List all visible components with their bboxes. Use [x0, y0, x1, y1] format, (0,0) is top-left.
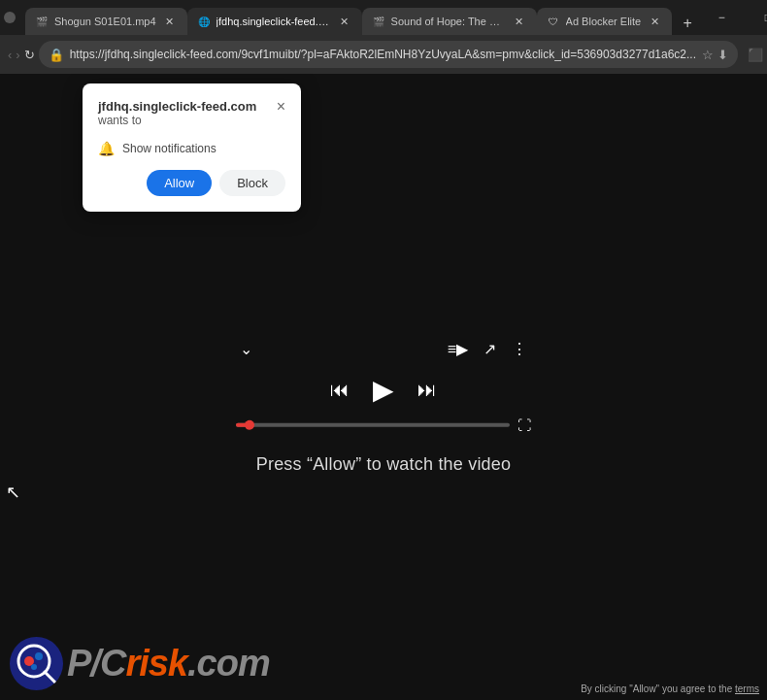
block-button[interactable]: Block: [219, 170, 285, 196]
svg-point-3: [35, 652, 43, 660]
tab-shogun-favicon: 🎬: [35, 15, 49, 28]
tab-jfdhq-close[interactable]: ✕: [337, 14, 352, 29]
tab-adblocker-favicon: 🛡: [547, 15, 560, 28]
tab-shogun-title: Shogun S01E01.mp4: [54, 16, 156, 27]
share-icon[interactable]: ↗: [480, 335, 500, 361]
tab-shogun[interactable]: 🎬 Shogun S01E01.mp4 ✕: [25, 8, 187, 35]
popup-close-button[interactable]: ×: [277, 99, 285, 115]
disclaimer-terms-link[interactable]: terms: [735, 683, 759, 694]
tab-shogun-close[interactable]: ✕: [162, 14, 178, 29]
page-content: jfdhq.singleclick-feed.com wants to × 🔔 …: [0, 74, 767, 700]
maximize-button[interactable]: □: [746, 0, 767, 35]
tab-adblocker-title: Ad Blocker Elite: [566, 16, 642, 27]
notification-text: Show notifications: [122, 142, 217, 155]
title-bar-left: [4, 12, 17, 23]
press-allow-text: Press “Allow” to watch the video: [256, 454, 512, 475]
video-player: ⌄ ≡▶ ↗ ⋮ ⏮ ▶ ⏭ ⛶: [228, 331, 539, 432]
tab-sound-of-hope[interactable]: 🎬 Sound of Hope: The Story... ✕: [362, 8, 537, 35]
progress-bar[interactable]: [236, 422, 510, 426]
bookmark-star-icon[interactable]: ☆: [702, 48, 714, 62]
tab-adblocker-close[interactable]: ✕: [647, 14, 662, 29]
browser-chrome: 🎬 Shogun S01E01.mp4 ✕ 🌐 jfdhq.singleclic…: [0, 0, 767, 74]
mouse-cursor: ↖: [6, 482, 20, 503]
address-bar-url: https://jfdhq.singleclick-feed.com/9cvf1…: [70, 48, 696, 61]
nav-bar: ‹ › ↻ 🔒 https://jfdhq.singleclick-feed.c…: [0, 35, 767, 74]
pcrisk-c-text: C: [100, 643, 125, 684]
download-icon[interactable]: ⬇: [717, 48, 728, 62]
title-bar-right: − □ ✕: [699, 0, 767, 35]
tab-jfdhq-favicon: 🌐: [197, 15, 211, 28]
back-button[interactable]: ‹: [8, 41, 12, 68]
lock-icon: 🔒: [49, 48, 64, 62]
tab-jfdhq[interactable]: 🌐 jfdhq.singleclick-feed.com ✕: [187, 8, 362, 35]
tab-sound-close[interactable]: ✕: [512, 14, 527, 29]
pcrisk-svg-icon: [13, 640, 61, 688]
pcrisk-slash-text: /: [90, 643, 100, 684]
popup-domain: jfdhq.singleclick-feed.com: [98, 99, 256, 114]
pcrisk-pc-text: P: [67, 643, 90, 684]
popup-buttons: Allow Block: [98, 170, 285, 196]
nav-right-buttons: ⬛ 👤 ⋮: [742, 41, 767, 68]
svg-point-4: [31, 664, 37, 670]
tab-sound-favicon: 🎬: [372, 15, 385, 28]
tab-sound-title: Sound of Hope: The Story...: [391, 16, 506, 27]
tabs-area: 🎬 Shogun S01E01.mp4 ✕ 🌐 jfdhq.singleclic…: [17, 0, 699, 35]
new-tab-button[interactable]: +: [676, 12, 699, 35]
popup-notification-row: 🔔 Show notifications: [98, 141, 285, 156]
pcrisk-dotcom-text: .com: [187, 643, 270, 684]
more-options-icon[interactable]: ⋮: [508, 335, 531, 361]
pcrisk-text: P / C risk .com: [67, 643, 270, 684]
progress-bar-wrap: ⛶: [228, 417, 539, 432]
player-top-right-controls: ≡▶ ↗ ⋮: [444, 335, 531, 361]
bell-icon: 🔔: [98, 141, 115, 156]
allow-button[interactable]: Allow: [147, 170, 212, 196]
svg-line-1: [45, 672, 55, 683]
popup-header-text: jfdhq.singleclick-feed.com wants to: [98, 99, 256, 137]
disclaimer: By clicking "Allow" you agree to the ter…: [581, 683, 759, 694]
player-top-controls: ⌄ ≡▶ ↗ ⋮: [228, 331, 539, 365]
popup-wants-to: wants to: [98, 114, 256, 127]
notification-popup: jfdhq.singleclick-feed.com wants to × 🔔 …: [83, 83, 301, 212]
title-bar: 🎬 Shogun S01E01.mp4 ✕ 🌐 jfdhq.singleclic…: [0, 0, 767, 35]
disclaimer-text: By clicking "Allow" you agree to the: [581, 683, 735, 694]
play-button[interactable]: ▶: [373, 373, 394, 405]
reload-button[interactable]: ↻: [24, 41, 35, 68]
forward-button[interactable]: ›: [16, 41, 19, 68]
pcrisk-logo: P / C risk .com: [10, 637, 270, 690]
chrome-dot: [4, 12, 16, 23]
skip-back-button[interactable]: ⏮: [330, 378, 350, 400]
minimize-button[interactable]: −: [699, 0, 744, 35]
playlist-icon[interactable]: ≡▶: [444, 335, 472, 361]
pcrisk-risk-text: risk: [125, 643, 187, 684]
skip-forward-button[interactable]: ⏭: [417, 378, 437, 400]
tab-jfdhq-title: jfdhq.singleclick-feed.com: [217, 16, 331, 27]
popup-header: jfdhq.singleclick-feed.com wants to ×: [98, 99, 285, 137]
address-bar-icons: ☆ ⬇: [702, 48, 728, 62]
extensions-button[interactable]: ⬛: [742, 41, 767, 68]
chevron-down-icon[interactable]: ⌄: [236, 335, 256, 361]
pcrisk-icon: [10, 637, 63, 690]
player-main-controls: ⏮ ▶ ⏭: [228, 373, 539, 405]
fullscreen-button[interactable]: ⛶: [517, 417, 531, 432]
tab-adblocker[interactable]: 🛡 Ad Blocker Elite ✕: [537, 8, 673, 35]
address-bar[interactable]: 🔒 https://jfdhq.singleclick-feed.com/9cv…: [39, 41, 738, 68]
progress-dot: [245, 419, 254, 429]
